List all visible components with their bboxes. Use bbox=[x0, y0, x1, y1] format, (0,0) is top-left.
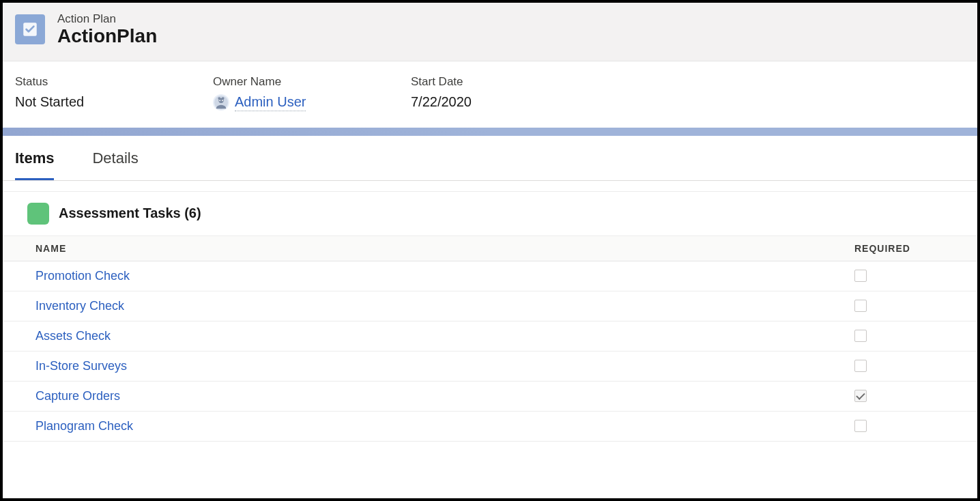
action-plan-icon bbox=[15, 14, 45, 44]
svg-point-4 bbox=[222, 98, 225, 100]
task-link[interactable]: Capture Orders bbox=[35, 389, 120, 403]
required-checkbox[interactable] bbox=[854, 390, 867, 402]
table-header-row: NAME REQUIRED bbox=[3, 236, 977, 261]
column-header-required[interactable]: REQUIRED bbox=[854, 243, 977, 254]
task-link[interactable]: Assets Check bbox=[35, 329, 111, 343]
start-date-value: 7/22/2020 bbox=[411, 94, 534, 110]
assessment-tasks-icon bbox=[27, 203, 49, 225]
status-label: Status bbox=[15, 75, 138, 89]
section-title: Assessment Tasks (6) bbox=[59, 205, 201, 221]
table-row: Capture Orders bbox=[3, 382, 977, 412]
required-checkbox[interactable] bbox=[854, 270, 867, 282]
tab-details[interactable]: Details bbox=[92, 149, 138, 180]
task-link[interactable]: Inventory Check bbox=[35, 299, 124, 313]
record-type-label: Action Plan bbox=[57, 12, 157, 26]
svg-point-5 bbox=[219, 100, 220, 102]
table-row: Planogram Check bbox=[3, 412, 977, 442]
field-start-date: Start Date 7/22/2020 bbox=[411, 75, 534, 111]
owner-label: Owner Name bbox=[213, 75, 336, 89]
task-link[interactable]: Planogram Check bbox=[35, 419, 133, 433]
table-row: Inventory Check bbox=[3, 291, 977, 321]
page-header: Action Plan ActionPlan bbox=[3, 3, 977, 61]
table-row: Assets Check bbox=[3, 321, 977, 352]
table-row: In-Store Surveys bbox=[3, 352, 977, 382]
table-row: Promotion Check bbox=[3, 261, 977, 291]
section-header: Assessment Tasks (6) bbox=[3, 192, 977, 236]
required-checkbox[interactable] bbox=[854, 420, 867, 432]
avatar-icon bbox=[213, 94, 229, 111]
table-body: Promotion CheckInventory CheckAssets Che… bbox=[3, 261, 977, 442]
record-title: ActionPlan bbox=[57, 26, 157, 47]
owner-link[interactable]: Admin User bbox=[235, 94, 306, 111]
status-value: Not Started bbox=[15, 94, 138, 110]
required-checkbox[interactable] bbox=[854, 360, 867, 372]
svg-point-3 bbox=[218, 98, 220, 100]
field-status: Status Not Started bbox=[15, 75, 138, 111]
spacer bbox=[3, 181, 977, 192]
separator-band bbox=[3, 128, 977, 136]
required-checkbox[interactable] bbox=[854, 330, 867, 342]
svg-point-6 bbox=[222, 100, 223, 102]
task-link[interactable]: Promotion Check bbox=[35, 269, 130, 283]
required-checkbox[interactable] bbox=[854, 300, 867, 312]
field-owner: Owner Name Admin User bbox=[213, 75, 336, 111]
start-date-label: Start Date bbox=[411, 75, 534, 89]
tab-items[interactable]: Items bbox=[15, 149, 54, 180]
tabs: Items Details bbox=[3, 136, 977, 181]
highlights-panel: Status Not Started Owner Name Admin User… bbox=[3, 61, 977, 128]
column-header-name[interactable]: NAME bbox=[3, 243, 854, 254]
task-link[interactable]: In-Store Surveys bbox=[35, 359, 127, 373]
